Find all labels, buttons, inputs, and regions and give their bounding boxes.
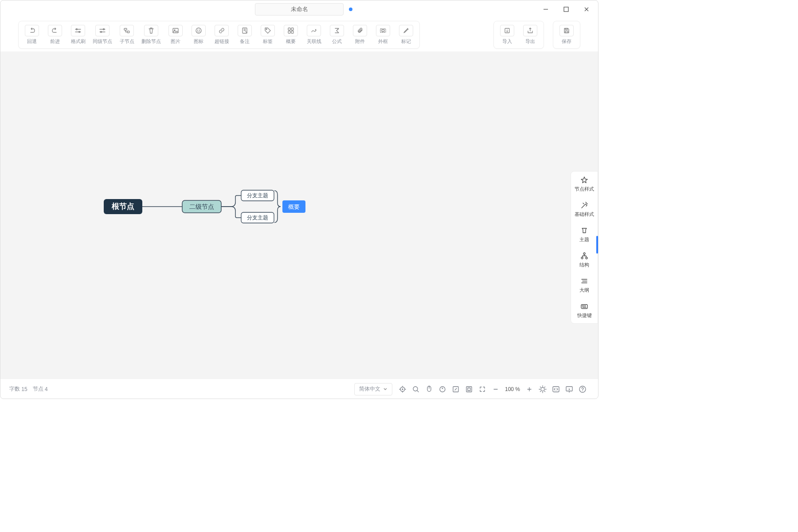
- marker-button[interactable]: 标记: [395, 25, 418, 45]
- edit-mode-button[interactable]: [449, 383, 462, 396]
- side-shortcuts-label: 快捷键: [577, 312, 592, 319]
- formula-button[interactable]: x公式: [325, 25, 348, 45]
- side-node-style[interactable]: 节点样式: [571, 172, 598, 197]
- svg-point-43: [581, 257, 583, 259]
- svg-rect-13: [127, 31, 129, 33]
- sibling-node-label: 同级节点: [93, 38, 112, 45]
- sibling-node-icon: [95, 25, 110, 36]
- mindmap-level2-node[interactable]: 二级节点: [182, 200, 221, 213]
- svg-point-16: [196, 28, 201, 33]
- export-button[interactable]: 导出: [519, 25, 542, 45]
- delete-node-button[interactable]: 删除节点: [138, 25, 164, 45]
- toolbar-io: 导入 导出: [493, 21, 544, 49]
- svg-point-51: [585, 306, 586, 306]
- code-button[interactable]: [549, 383, 563, 396]
- redo-icon: [48, 25, 62, 36]
- side-theme[interactable]: 主题: [571, 222, 598, 247]
- svg-text:概要: 概要: [288, 203, 300, 210]
- zoom-out-button[interactable]: [489, 383, 502, 396]
- image-label: 图片: [171, 38, 180, 45]
- boundary-button[interactable]: 外框: [372, 25, 395, 45]
- word-count-label: 字数: [9, 385, 20, 393]
- svg-rect-26: [380, 29, 386, 32]
- zoom-in-button[interactable]: [523, 383, 536, 396]
- sliders-icon: [71, 25, 85, 36]
- redo-button[interactable]: 前进: [43, 25, 66, 45]
- mindmap-branch-node-2[interactable]: 分支主题: [241, 212, 274, 223]
- canvas[interactable]: 根节点 二级节点 分支主题 分支主题 概要: [0, 51, 598, 379]
- svg-point-70: [541, 387, 544, 391]
- grid-icon: [284, 25, 298, 36]
- mindmap-root-node[interactable]: 根节点: [104, 199, 142, 214]
- svg-rect-79: [553, 387, 559, 392]
- presentation-button[interactable]: [563, 383, 576, 396]
- mindmap-branch-node-1[interactable]: 分支主题: [241, 190, 274, 201]
- save-button[interactable]: 保存: [555, 25, 578, 45]
- side-structure[interactable]: 结构: [571, 247, 598, 273]
- help-button[interactable]: [576, 383, 589, 396]
- svg-text:根节点: 根节点: [111, 202, 134, 211]
- window-close-button[interactable]: [580, 3, 593, 16]
- window-maximize-button[interactable]: [560, 3, 572, 16]
- locate-button[interactable]: [396, 383, 409, 396]
- import-button[interactable]: 导入: [496, 25, 519, 45]
- icon-label: 图标: [194, 38, 203, 45]
- import-label: 导入: [502, 38, 512, 45]
- export-icon: [523, 25, 537, 36]
- side-base-style[interactable]: 基础样式: [571, 197, 598, 222]
- svg-line-76: [544, 391, 545, 392]
- hyperlink-button[interactable]: 超链接: [210, 25, 233, 45]
- mindmap-summary-node[interactable]: 概要: [282, 200, 305, 213]
- side-panel: 节点样式 基础样式 主题 结构 大纲 快捷键: [571, 171, 598, 324]
- zoom-value: 100 %: [505, 386, 520, 392]
- svg-point-59: [413, 387, 418, 391]
- svg-text:x: x: [337, 28, 339, 31]
- undo-button[interactable]: 回退: [20, 25, 43, 45]
- note-icon: [238, 25, 252, 36]
- svg-rect-14: [173, 28, 178, 33]
- smile-icon: [192, 25, 206, 36]
- svg-point-83: [582, 391, 583, 391]
- fullscreen-button[interactable]: [476, 383, 489, 396]
- mouse-mode-button[interactable]: [422, 383, 436, 396]
- node-count-label: 节点: [33, 385, 43, 393]
- relation-button[interactable]: 关联线: [302, 25, 325, 45]
- toolbar-save: 保存: [553, 21, 580, 49]
- attachment-label: 附件: [355, 38, 365, 45]
- svg-point-63: [440, 387, 445, 392]
- hyperlink-label: 超链接: [215, 38, 229, 45]
- window-minimize-button[interactable]: [540, 3, 552, 16]
- side-structure-label: 结构: [579, 262, 589, 268]
- child-node-button[interactable]: 子节点: [115, 25, 138, 45]
- document-title-input[interactable]: [255, 3, 344, 16]
- navigate-button[interactable]: [436, 383, 449, 396]
- note-button[interactable]: 备注: [233, 25, 256, 45]
- svg-point-44: [586, 257, 587, 259]
- fit-button[interactable]: [462, 383, 476, 396]
- formula-icon: x: [330, 25, 344, 36]
- svg-line-77: [540, 391, 541, 392]
- unsaved-indicator-icon: [349, 8, 352, 11]
- language-select[interactable]: 简体中文: [354, 383, 392, 395]
- search-button[interactable]: [409, 383, 422, 396]
- boundary-label: 外框: [378, 38, 388, 45]
- boundary-icon: [376, 25, 390, 36]
- side-outline[interactable]: 大纲: [571, 273, 598, 298]
- sibling-node-button[interactable]: 同级节点: [90, 25, 115, 45]
- node-count-value: 4: [45, 386, 48, 392]
- side-shortcuts[interactable]: 快捷键: [571, 298, 598, 323]
- side-theme-label: 主题: [579, 236, 589, 243]
- image-button[interactable]: 图片: [164, 25, 187, 45]
- dark-mode-button[interactable]: [536, 383, 549, 396]
- child-node-icon: [120, 25, 134, 36]
- undo-icon: [25, 25, 39, 36]
- tag-button[interactable]: 标签: [256, 25, 279, 45]
- format-painter-button[interactable]: 格式刷: [66, 25, 90, 45]
- side-outline-label: 大纲: [579, 287, 589, 293]
- tag-icon: [261, 25, 275, 36]
- attachment-button[interactable]: 附件: [348, 25, 372, 45]
- summary-button[interactable]: 概要: [279, 25, 302, 45]
- svg-rect-1: [564, 7, 568, 12]
- icon-button[interactable]: 图标: [187, 25, 210, 45]
- svg-text:二级节点: 二级节点: [189, 203, 214, 210]
